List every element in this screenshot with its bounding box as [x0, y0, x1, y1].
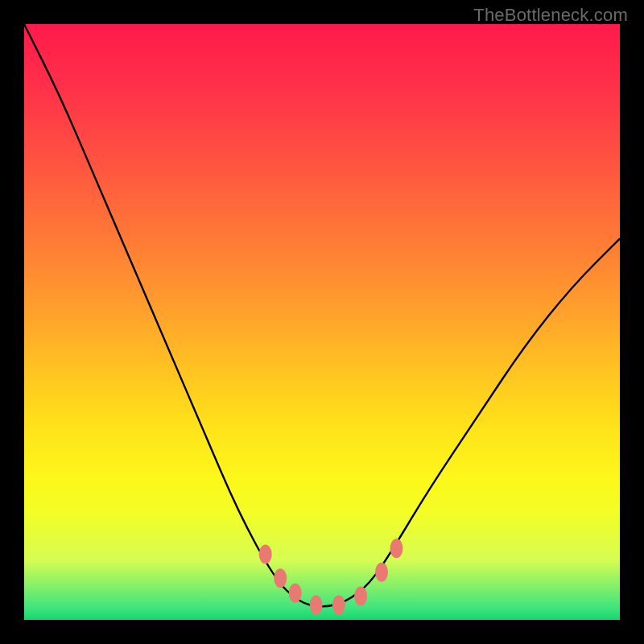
valley-marker	[332, 596, 345, 615]
valley-marker	[310, 596, 323, 615]
chart-frame: TheBottleneck.com	[0, 0, 644, 644]
valley-marker	[375, 563, 388, 582]
valley-marker	[354, 586, 367, 605]
valley-marker	[259, 545, 272, 564]
watermark-text: TheBottleneck.com	[473, 5, 628, 26]
chart-svg	[24, 24, 620, 620]
plot-area	[24, 24, 620, 620]
bottleneck-curve	[24, 24, 620, 606]
valley-marker	[390, 539, 403, 558]
valley-marker	[274, 568, 287, 588]
valley-markers	[259, 539, 403, 614]
valley-marker	[289, 584, 302, 603]
